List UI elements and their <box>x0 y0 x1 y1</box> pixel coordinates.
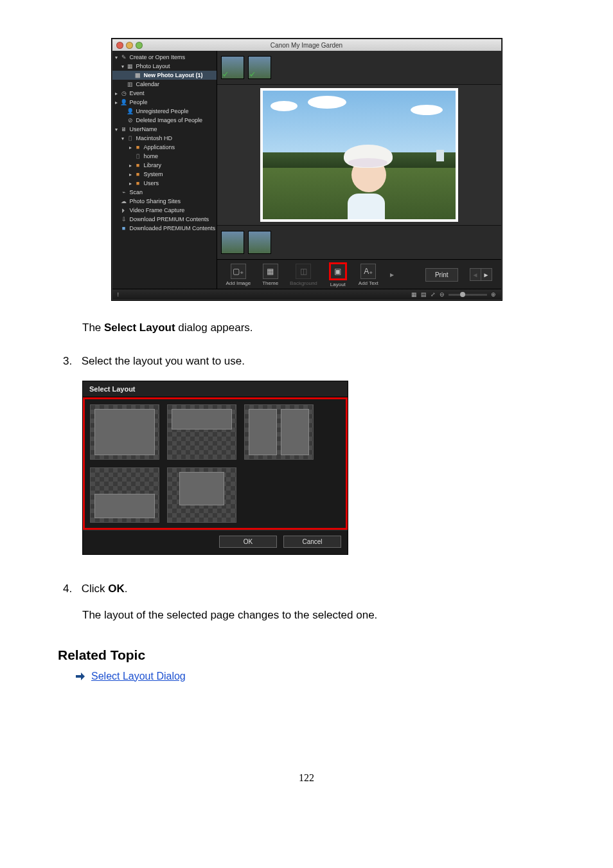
nav-next-icon[interactable]: ► <box>481 269 492 280</box>
disclosure-arrow-icon: ▾ <box>115 55 120 60</box>
sidebar-item-label: Scan <box>130 189 143 195</box>
disclosure-arrow-icon: ▸ <box>129 145 134 150</box>
sidebar-item-label: Downloaded PREMIUM Contents <box>130 225 216 231</box>
status-bar: ! ▦ ▤ ⤢ ⊖ ⊕ <box>112 289 501 300</box>
background-label: Background <box>290 280 317 286</box>
photo-preview <box>260 88 458 222</box>
sidebar-item-10[interactable]: ▸■Applications <box>112 143 217 152</box>
theme-icon: ▦ <box>263 264 278 279</box>
status-indicator: ! <box>118 291 120 298</box>
person-icon: 👤 <box>120 98 128 106</box>
add-image-button[interactable]: ▢₊ Add Image <box>226 264 251 286</box>
sidebar-item-14[interactable]: ▸■Users <box>112 179 217 188</box>
sidebar-item-9[interactable]: ▾⌷Macintosh HD <box>112 134 217 143</box>
select-layout-dialog-figure: Select Layout <box>82 381 348 555</box>
sidebar-item-0[interactable]: ▾✎Create or Open Items <box>112 53 217 62</box>
folder-icon: ■ <box>134 170 142 178</box>
zoom-in-icon[interactable]: ⊕ <box>491 291 496 298</box>
layout-option-3[interactable] <box>244 404 314 460</box>
sidebar-item-3[interactable]: ▥Calendar <box>112 80 217 89</box>
folder-icon: ■ <box>134 161 142 169</box>
sidebar-item-label: Download PREMIUM Contents <box>130 216 209 222</box>
sidebar-item-16[interactable]: ☁Photo Sharing Sites <box>112 197 217 206</box>
zoom-fit-icon[interactable]: ⤢ <box>431 291 436 298</box>
related-topic-link[interactable]: Select Layout Dialog <box>91 671 186 682</box>
event-icon: ◷ <box>120 89 128 97</box>
disclosure-arrow-icon: ▾ <box>121 64 127 69</box>
sidebar-item-label: Unregistered People <box>136 108 189 114</box>
step-4-number: 4. <box>63 581 78 597</box>
computer-icon: 🖥 <box>120 125 128 133</box>
sidebar-item-label: Event <box>130 90 145 96</box>
person-icon: 👤 <box>127 107 134 115</box>
disclosure-arrow-icon: ▸ <box>129 181 134 186</box>
dialog-ok-button[interactable]: OK <box>219 536 277 548</box>
layout-option-1[interactable] <box>90 404 159 460</box>
layout-icon: ▣ <box>329 262 347 280</box>
main-area: ▢₊ Add Image ▦ Theme ◫ Background ▣ Layo… <box>217 51 501 289</box>
add-image-icon: ▢₊ <box>231 264 246 279</box>
step-3-text: Select the layout you want to use. <box>82 355 245 367</box>
page-thumbnail-1[interactable] <box>221 231 244 254</box>
layout-option-4[interactable] <box>90 467 159 523</box>
sidebar-item-7[interactable]: ⊘Deleted Images of People <box>112 116 217 125</box>
add-text-button[interactable]: A₊ Add Text <box>359 264 378 286</box>
thumbnail-strip-bottom <box>217 225 501 259</box>
print-button[interactable]: Print <box>425 268 458 282</box>
layout-grid <box>90 404 341 523</box>
dialog-title: Select Layout <box>83 381 348 397</box>
add-text-icon: A₊ <box>360 264 376 279</box>
sidebar-item-label: Library <box>144 162 162 168</box>
video-icon: ⏵ <box>120 206 128 214</box>
zoom-slider[interactable] <box>449 294 487 296</box>
sidebar-item-17[interactable]: ⏵Video Frame Capture <box>112 206 217 215</box>
sidebar-item-6[interactable]: 👤Unregistered People <box>112 107 217 116</box>
sidebar-item-label: Macintosh HD <box>136 135 173 141</box>
sidebar-item-4[interactable]: ▸◷Event <box>112 89 217 98</box>
sidebar-item-2[interactable]: ▦New Photo Layout (1) <box>112 71 217 80</box>
disclosure-arrow-icon: ▸ <box>115 100 120 105</box>
layout-button[interactable]: ▣ Layout <box>329 262 347 287</box>
share-icon: ☁ <box>120 197 128 205</box>
view-mode-grid-icon[interactable]: ▦ <box>411 291 417 298</box>
step-3: 3. Select the layout you want to use. <box>63 353 613 370</box>
arrow-right-icon <box>76 673 85 680</box>
sidebar-item-label: Calendar <box>136 81 160 87</box>
sidebar-item-8[interactable]: ▾🖥UserName <box>112 125 217 134</box>
sidebar-item-12[interactable]: ▸■Library <box>112 161 217 170</box>
page-number: 122 <box>0 772 613 784</box>
layout-option-5[interactable] <box>167 467 236 523</box>
sidebar-item-5[interactable]: ▸👤People <box>112 98 217 107</box>
thumbnail-1[interactable] <box>221 56 244 79</box>
person-off-icon: ⊘ <box>127 116 134 124</box>
toolbar-more-icon[interactable]: ▸ <box>390 270 394 279</box>
thumbnail-2[interactable] <box>248 56 271 79</box>
sidebar-item-13[interactable]: ▸■System <box>112 170 217 179</box>
view-mode-list-icon[interactable]: ▤ <box>421 291 427 298</box>
sidebar-item-19[interactable]: ■Downloaded PREMIUM Contents <box>112 224 217 233</box>
paragraph-select-layout-appears: The Select Layout dialog appears. <box>82 320 613 336</box>
dialog-body <box>83 397 348 530</box>
sidebar-item-1[interactable]: ▾▦Photo Layout <box>112 62 217 71</box>
page-thumbnail-2[interactable] <box>248 231 271 254</box>
disclosure-arrow-icon: ▸ <box>129 163 134 168</box>
related-topic-heading: Related Topic <box>58 647 613 663</box>
sidebar-item-label: Applications <box>144 144 175 150</box>
sidebar-item-18[interactable]: ⇩Download PREMIUM Contents <box>112 215 217 224</box>
layout-canvas[interactable] <box>217 85 501 225</box>
sidebar-item-label: home <box>144 153 159 159</box>
related-topic-row: Select Layout Dialog <box>76 671 613 682</box>
step-4: 4. Click OK. <box>63 581 613 597</box>
app-window-figure: Canon My Image Garden ▾✎Create or Open I… <box>112 39 502 300</box>
thumbnail-strip-top <box>217 51 501 85</box>
zoom-out-icon[interactable]: ⊖ <box>440 291 445 298</box>
sidebar-item-15[interactable]: ⌁Scan <box>112 188 217 197</box>
download-icon: ⇩ <box>120 215 128 223</box>
disclosure-arrow-icon: ▾ <box>121 136 127 141</box>
nav-prev-icon[interactable]: ◄ <box>470 269 481 280</box>
step-4-text: Click OK. <box>82 583 128 595</box>
dialog-cancel-button[interactable]: Cancel <box>283 536 341 548</box>
theme-button[interactable]: ▦ Theme <box>262 264 278 286</box>
sidebar-item-11[interactable]: ⌷home <box>112 152 217 161</box>
layout-option-2[interactable] <box>167 404 236 460</box>
